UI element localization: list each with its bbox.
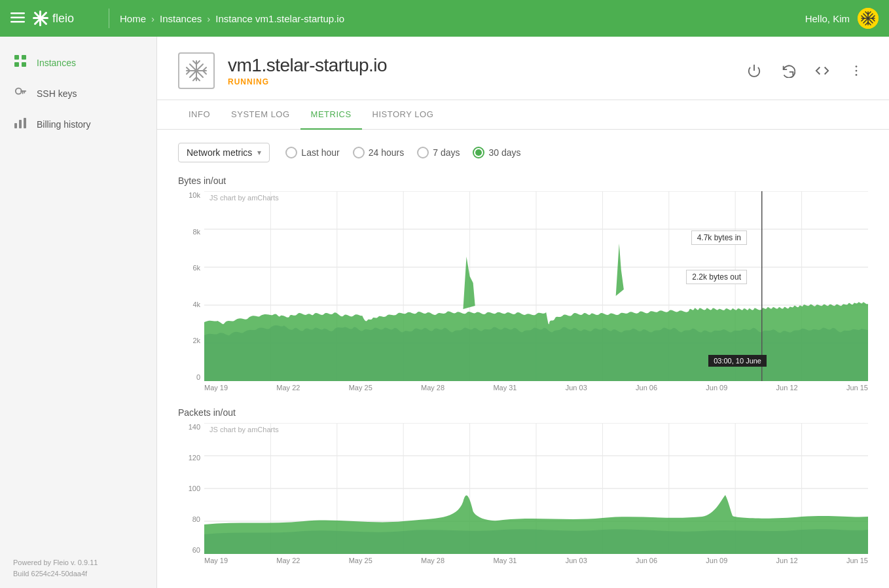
instance-actions bbox=[742, 59, 868, 83]
radio-last-hour[interactable]: Last hour bbox=[285, 147, 339, 158]
avatar[interactable] bbox=[858, 8, 879, 29]
metrics-selector-label: Network metrics bbox=[187, 147, 252, 158]
svg-rect-22 bbox=[22, 55, 26, 60]
svg-point-45 bbox=[856, 70, 858, 72]
radio-24-hours[interactable]: 24 hours bbox=[353, 147, 404, 158]
chevron-down-icon: ▾ bbox=[257, 148, 261, 157]
bytes-chart-section: Bytes in/out 10k 8k 6k 4k 2k 0 JS chart … bbox=[178, 175, 868, 392]
sidebar-item-instances[interactable]: Instances bbox=[0, 47, 156, 78]
sidebar-item-ssh-keys[interactable]: SSH keys bbox=[0, 78, 156, 109]
instance-name: vm1.stelar-startup.io bbox=[228, 55, 742, 76]
main-content: vm1.stelar-startup.io RUNNING bbox=[157, 37, 889, 588]
grid-icon bbox=[13, 55, 27, 70]
packets-chart-svg bbox=[204, 423, 868, 554]
topnav: fleio Home › Instances › Instance vm1.st… bbox=[0, 0, 889, 37]
svg-rect-0 bbox=[10, 12, 25, 14]
sidebar-nav: Instances SSH keys bbox=[0, 42, 156, 145]
radio-circle-last-hour bbox=[285, 147, 297, 158]
sidebar-label-instances: Instances bbox=[37, 58, 76, 68]
radio-circle-30-days bbox=[473, 147, 484, 158]
breadcrumb: Home › Instances › Instance vm1.stelar-s… bbox=[120, 13, 344, 24]
tab-info[interactable]: INFO bbox=[178, 100, 221, 130]
footer-line2: Build 6254c24-50daa4f bbox=[13, 568, 143, 580]
tabs: INFO SYSTEM LOG METRICS HISTORY LOG bbox=[157, 100, 889, 130]
breadcrumb-home[interactable]: Home bbox=[120, 13, 146, 24]
breadcrumb-sep-1: › bbox=[151, 13, 154, 24]
refresh-button[interactable] bbox=[776, 59, 800, 83]
tooltip-time: 03:00, 10 June bbox=[708, 355, 767, 367]
chart-icon bbox=[13, 117, 27, 132]
radio-30-days[interactable]: 30 days bbox=[473, 147, 520, 158]
bytes-chart-title: Bytes in/out bbox=[178, 175, 868, 186]
bytes-x-axis: May 19 May 22 May 25 May 28 May 31 Jun 0… bbox=[178, 384, 868, 392]
breadcrumb-current: Instance vm1.stelar-startup.io bbox=[215, 13, 344, 24]
radio-label-30-days: 30 days bbox=[488, 147, 520, 158]
radio-circle-7-days bbox=[417, 147, 429, 158]
user-greeting: Hello, Kim bbox=[805, 13, 850, 24]
instance-logo bbox=[178, 52, 215, 89]
bytes-chart-container: 10k 8k 6k 4k 2k 0 JS chart by amCharts bbox=[178, 191, 868, 392]
topnav-right: Hello, Kim bbox=[805, 8, 879, 29]
breadcrumb-sep-2: › bbox=[207, 13, 210, 24]
sidebar-label-ssh-keys: SSH keys bbox=[37, 88, 77, 99]
svg-rect-30 bbox=[19, 120, 22, 128]
metrics-controls: Network metrics ▾ Last hour 24 hours 7 d… bbox=[178, 143, 868, 162]
hamburger-menu[interactable] bbox=[10, 11, 25, 26]
instance-header: vm1.stelar-startup.io RUNNING bbox=[157, 37, 889, 100]
bytes-chart-attribution: JS chart by amCharts bbox=[209, 194, 279, 202]
bytes-chart-svg bbox=[204, 191, 868, 381]
fleio-logo: fleio bbox=[33, 9, 85, 28]
metrics-type-selector[interactable]: Network metrics ▾ bbox=[178, 143, 270, 162]
power-button[interactable] bbox=[742, 59, 766, 83]
sidebar-item-billing-history[interactable]: Billing history bbox=[0, 109, 156, 139]
packets-chart-container: 140 120 100 80 60 JS chart by amCharts bbox=[178, 423, 868, 564]
tab-history-log[interactable]: HISTORY LOG bbox=[362, 100, 444, 130]
svg-rect-23 bbox=[14, 62, 19, 67]
metrics-section: Network metrics ▾ Last hour 24 hours 7 d… bbox=[157, 130, 889, 588]
radio-label-24-hours: 24 hours bbox=[369, 147, 404, 158]
packets-chart-section: Packets in/out 140 120 100 80 60 JS char… bbox=[178, 407, 868, 564]
breadcrumb-instances[interactable]: Instances bbox=[160, 13, 202, 24]
svg-text:fleio: fleio bbox=[52, 12, 74, 25]
nav-divider bbox=[109, 9, 109, 28]
tab-system-log[interactable]: SYSTEM LOG bbox=[221, 100, 300, 130]
tooltip-bytes-out: 2.2k bytes out bbox=[686, 270, 747, 284]
packets-chart-title: Packets in/out bbox=[178, 407, 868, 418]
packets-y-axis: 140 120 100 80 60 bbox=[178, 423, 204, 554]
code-button[interactable] bbox=[810, 59, 834, 83]
bytes-chart-inner: JS chart by amCharts bbox=[204, 191, 868, 381]
packets-chart-inner: JS chart by amCharts bbox=[204, 423, 868, 554]
sidebar: Instances SSH keys bbox=[0, 37, 157, 588]
more-button[interactable] bbox=[844, 59, 868, 83]
key-icon bbox=[13, 86, 27, 101]
radio-label-7-days: 7 days bbox=[433, 147, 460, 158]
svg-rect-24 bbox=[22, 62, 26, 67]
tooltip-bytes-in: 4.7k bytes in bbox=[691, 230, 747, 245]
instance-status: RUNNING bbox=[228, 77, 742, 86]
svg-rect-31 bbox=[24, 118, 26, 128]
svg-point-44 bbox=[856, 65, 858, 67]
sidebar-label-billing: Billing history bbox=[37, 119, 90, 130]
packets-x-axis: May 19 May 22 May 25 May 28 May 31 Jun 0… bbox=[178, 557, 868, 564]
radio-7-days[interactable]: 7 days bbox=[417, 147, 460, 158]
time-range-radio-group: Last hour 24 hours 7 days 30 days bbox=[285, 147, 520, 158]
tab-metrics[interactable]: METRICS bbox=[300, 100, 362, 130]
footer-line1: Powered by Fleio v. 0.9.11 bbox=[13, 557, 143, 569]
svg-rect-1 bbox=[10, 16, 25, 18]
svg-rect-2 bbox=[10, 21, 25, 23]
radio-label-last-hour: Last hour bbox=[301, 147, 339, 158]
svg-rect-21 bbox=[14, 55, 19, 60]
bytes-y-axis: 10k 8k 6k 4k 2k 0 bbox=[178, 191, 204, 381]
svg-point-46 bbox=[856, 74, 858, 76]
svg-rect-29 bbox=[14, 123, 17, 128]
packets-chart-attribution: JS chart by amCharts bbox=[209, 426, 279, 433]
sidebar-footer: Powered by Fleio v. 0.9.11 Build 6254c24… bbox=[0, 549, 156, 588]
radio-circle-24-hours bbox=[353, 147, 365, 158]
instance-title-block: vm1.stelar-startup.io RUNNING bbox=[228, 55, 742, 86]
